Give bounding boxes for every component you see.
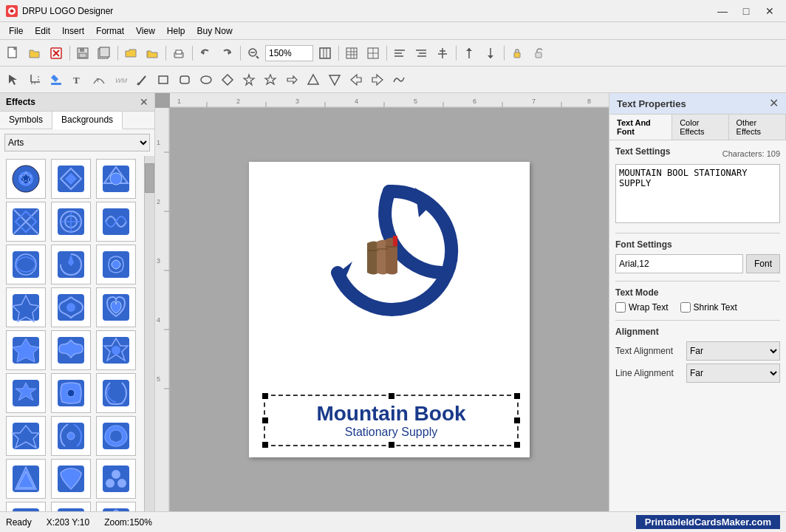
diamond-button[interactable] bbox=[217, 69, 238, 90]
triangle-down-button[interactable] bbox=[324, 69, 345, 90]
bottom-align-button[interactable] bbox=[480, 43, 501, 64]
text-input[interactable]: MOUNTAIN BOOL STATIONARY SUPPLY bbox=[615, 164, 780, 223]
round-rect-button[interactable] bbox=[174, 69, 195, 90]
rect-button[interactable] bbox=[153, 69, 174, 90]
wrap-text-item[interactable]: Wrap Text bbox=[615, 302, 669, 313]
list-item[interactable] bbox=[51, 416, 91, 456]
list-item[interactable] bbox=[6, 416, 46, 456]
list-item[interactable] bbox=[6, 502, 46, 511]
list-item[interactable] bbox=[6, 373, 46, 413]
open-button[interactable] bbox=[24, 43, 45, 64]
canvas-area[interactable]: 1 2 3 4 5 6 7 8 1 bbox=[155, 93, 609, 511]
watermark-button[interactable]: WM bbox=[110, 69, 131, 90]
list-item[interactable] bbox=[96, 416, 136, 456]
arrow-left-button[interactable] bbox=[367, 69, 388, 90]
list-item[interactable] bbox=[96, 202, 136, 242]
lock-button[interactable] bbox=[507, 43, 527, 64]
center-button[interactable] bbox=[432, 43, 453, 64]
list-item[interactable] bbox=[96, 373, 136, 413]
list-item[interactable] bbox=[6, 459, 46, 499]
triangle-button[interactable] bbox=[303, 69, 324, 90]
menu-format[interactable]: Format bbox=[90, 24, 130, 38]
list-item[interactable] bbox=[96, 287, 136, 327]
maximize-button[interactable]: □ bbox=[736, 4, 756, 18]
select-button[interactable] bbox=[3, 69, 24, 90]
align-left-button[interactable] bbox=[389, 43, 410, 64]
wrap-text-checkbox[interactable] bbox=[615, 302, 626, 313]
star6-button[interactable] bbox=[260, 69, 281, 90]
tab-symbols[interactable]: Symbols bbox=[0, 112, 52, 129]
menu-file[interactable]: File bbox=[3, 24, 29, 38]
list-item[interactable] bbox=[51, 287, 91, 327]
canvas-document[interactable]: Mountain Book Stationary Supply bbox=[249, 162, 530, 457]
save-all-button[interactable] bbox=[94, 43, 115, 64]
list-item[interactable] bbox=[51, 330, 91, 370]
tab-backgrounds[interactable]: Backgrounds bbox=[52, 112, 123, 129]
print-button[interactable] bbox=[168, 43, 189, 64]
scrollbar-thumb[interactable] bbox=[145, 163, 154, 193]
list-item[interactable] bbox=[51, 159, 91, 199]
tab-other-effects[interactable]: Other Effects bbox=[729, 115, 786, 140]
panel-close-button[interactable]: ✕ bbox=[140, 96, 148, 108]
list-item[interactable] bbox=[6, 202, 46, 242]
pen-button[interactable] bbox=[131, 69, 152, 90]
list-item[interactable] bbox=[96, 459, 136, 499]
rp-close-button[interactable]: ✕ bbox=[769, 98, 779, 109]
zoom-input[interactable]: 150% bbox=[265, 45, 313, 61]
line-alignment-select[interactable]: Near Center Far bbox=[686, 364, 780, 383]
align-right-button[interactable] bbox=[411, 43, 431, 64]
list-item[interactable] bbox=[6, 287, 46, 327]
menu-help[interactable]: Help bbox=[161, 24, 191, 38]
category-select[interactable]: Arts bbox=[4, 134, 150, 151]
crop-button[interactable] bbox=[24, 69, 45, 90]
text-alignment-select[interactable]: Near Center Far bbox=[686, 341, 780, 361]
arrow-right-button[interactable] bbox=[346, 69, 366, 90]
panel-scrollbar[interactable] bbox=[144, 156, 154, 511]
undo-button[interactable] bbox=[195, 43, 216, 64]
text-button[interactable]: T bbox=[67, 69, 88, 90]
menu-insert[interactable]: Insert bbox=[56, 24, 90, 38]
text-path-button[interactable]: T bbox=[89, 69, 109, 90]
panel-dropdown[interactable]: Arts bbox=[4, 134, 150, 151]
canvas-wrapper[interactable]: Mountain Book Stationary Supply bbox=[170, 108, 609, 511]
tab-text-font[interactable]: Text And Font bbox=[609, 115, 672, 140]
list-item[interactable] bbox=[96, 330, 136, 370]
top-align-button[interactable] bbox=[459, 43, 479, 64]
zoom-out-button[interactable] bbox=[243, 43, 264, 64]
arrow-button[interactable] bbox=[281, 69, 302, 90]
open-folder-button[interactable] bbox=[142, 43, 163, 64]
list-item[interactable] bbox=[6, 159, 46, 199]
grid-button[interactable] bbox=[341, 43, 362, 64]
list-item[interactable] bbox=[51, 459, 91, 499]
font-button[interactable]: Font bbox=[746, 254, 780, 273]
menu-view[interactable]: View bbox=[130, 24, 161, 38]
bucket-button[interactable] bbox=[46, 69, 66, 90]
list-item[interactable] bbox=[6, 330, 46, 370]
close-doc-button[interactable] bbox=[46, 43, 66, 64]
close-button[interactable]: ✕ bbox=[759, 4, 780, 18]
list-item[interactable] bbox=[96, 502, 136, 511]
menu-buynow[interactable]: Buy Now bbox=[191, 24, 239, 38]
list-item[interactable] bbox=[51, 202, 91, 242]
shrink-text-item[interactable]: Shrink Text bbox=[680, 302, 737, 313]
unlock-button[interactable] bbox=[528, 43, 549, 64]
list-item[interactable] bbox=[51, 502, 91, 511]
save-button[interactable] bbox=[72, 43, 93, 64]
list-item[interactable] bbox=[96, 159, 136, 199]
star-button[interactable] bbox=[239, 69, 259, 90]
list-item[interactable] bbox=[96, 245, 136, 284]
redo-button[interactable] bbox=[216, 43, 237, 64]
list-item[interactable] bbox=[51, 245, 91, 284]
menu-edit[interactable]: Edit bbox=[29, 24, 56, 38]
ellipse-button[interactable] bbox=[196, 69, 216, 90]
shrink-text-checkbox[interactable] bbox=[680, 302, 691, 313]
new-button[interactable] bbox=[3, 43, 24, 64]
tab-color-effects[interactable]: Color Effects bbox=[672, 115, 728, 140]
gridlines-button[interactable] bbox=[363, 43, 383, 64]
zoom-fit-button[interactable] bbox=[315, 43, 335, 64]
list-item[interactable] bbox=[6, 245, 46, 284]
zoom-control[interactable]: 150% bbox=[243, 43, 335, 64]
font-input[interactable] bbox=[615, 254, 743, 273]
minimize-button[interactable]: — bbox=[712, 4, 733, 18]
wave-button[interactable] bbox=[389, 69, 409, 90]
